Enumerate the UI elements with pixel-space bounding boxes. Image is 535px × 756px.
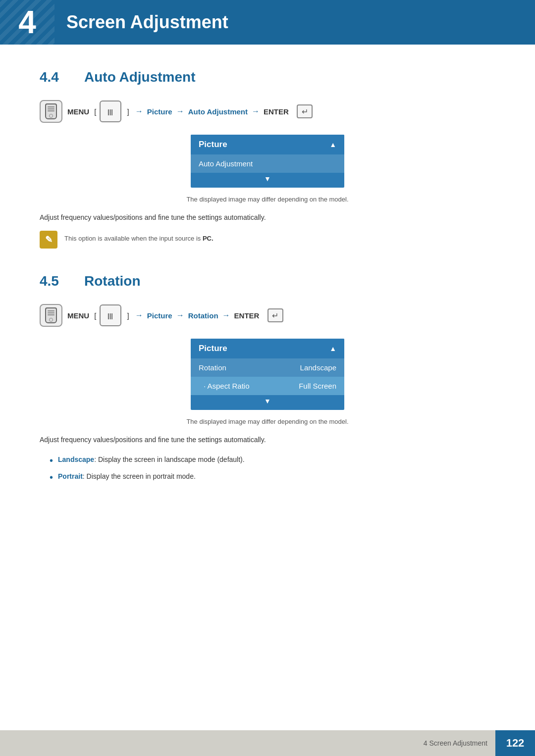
- note-text-prefix-44: This option is available when the input …: [64, 235, 203, 242]
- section-44-heading: 4.4 Auto Adjustment: [40, 69, 495, 85]
- menu-bracket-close-45: ]: [127, 311, 131, 320]
- menu-item1-44: Picture: [147, 107, 172, 116]
- menu-bracket-open-45: [: [92, 311, 96, 320]
- menu-box-row2-label-45: · Aspect Ratio: [199, 382, 250, 390]
- arrow2-45: →: [176, 311, 184, 320]
- menu-box-item-44: Auto Adjustment: [191, 154, 344, 173]
- bullet-dot-portrait: •: [50, 470, 53, 484]
- menu-box-title-45: Picture: [199, 344, 227, 353]
- note-icon-symbol-44: ✎: [45, 234, 53, 245]
- arrow2-44: →: [176, 107, 184, 116]
- bullet-text-portrait: Portrait: Display the screen in portrait…: [58, 470, 196, 483]
- enter-symbol-44: ↵: [302, 107, 308, 116]
- section-45-heading: 4.5 Rotation: [40, 273, 495, 289]
- menu-box-45: Picture ▲ Rotation Landscape · Aspect Ra…: [191, 339, 344, 410]
- menu-icon-44: |||: [100, 101, 121, 122]
- remote-bar-4: [48, 310, 54, 311]
- bullet-desc-landscape: : Display the screen in landscape mode (…: [94, 455, 245, 463]
- menu-box-arrow-down-45: ▼: [191, 395, 344, 406]
- menu-box-44: Picture ▲ Auto Adjustment ▼: [191, 135, 344, 188]
- enter-label-44: ENTER: [264, 107, 289, 116]
- menu-item2-44: Auto Adjustment: [188, 107, 248, 116]
- menu-path-44: MENU [ ||| ] → Picture → Auto Adjustment…: [40, 100, 495, 123]
- enter-symbol-45: ↵: [272, 311, 278, 320]
- menu-box-title-44: Picture: [199, 140, 227, 150]
- section-45: 4.5 Rotation MENU [ ||| ] → Picture →: [40, 273, 495, 484]
- menu-box-arrow-up-45: ▲: [329, 345, 336, 353]
- bullet-item-landscape: • Landscape: Display the screen in lands…: [50, 454, 495, 467]
- caption-45: The displayed image may differ depending…: [40, 418, 495, 425]
- enter-icon-44: ↵: [297, 104, 313, 118]
- main-content: 4.4 Auto Adjustment MENU [ ||| ] → Pictu…: [0, 45, 535, 549]
- chapter-title: Screen Adjustment: [54, 12, 228, 33]
- enter-label-45: ENTER: [234, 311, 260, 320]
- menu-box-arrow-up-44: ▲: [329, 141, 336, 149]
- section-44-title: Auto Adjustment: [84, 69, 196, 85]
- note-text-44: This option is available when the input …: [64, 231, 214, 244]
- menu-item2-45: Rotation: [188, 311, 218, 320]
- enter-icon-45: ↵: [268, 308, 283, 322]
- menu-box-row1-45: Rotation Landscape: [191, 358, 344, 377]
- remote-body-45: [45, 307, 57, 323]
- menu-icon-45: |||: [100, 304, 121, 326]
- menu-box-arrow-down-44: ▼: [191, 173, 344, 184]
- body-text-45: Adjust frequency values/positions and fi…: [40, 434, 495, 445]
- caption-44: The displayed image may differ depending…: [40, 196, 495, 203]
- arrow1-44: →: [135, 107, 143, 116]
- menu-label-45: MENU: [67, 311, 89, 320]
- menu-label-44: MENU: [67, 107, 89, 116]
- page-number: 122: [506, 737, 525, 750]
- note-block-44: ✎ This option is available when the inpu…: [40, 231, 495, 249]
- menu-box-header-44: Picture ▲: [191, 135, 344, 154]
- bullet-item-portrait: • Portrait: Display the screen in portra…: [50, 470, 495, 484]
- bullet-text-landscape: Landscape: Display the screen in landsca…: [58, 454, 245, 466]
- remote-circle: [49, 114, 53, 118]
- bullet-dot-landscape: •: [50, 454, 53, 467]
- remote-bar-3: [48, 110, 54, 111]
- section-44: 4.4 Auto Adjustment MENU [ ||| ] → Pictu…: [40, 69, 495, 249]
- note-text-highlight-44: PC.: [203, 235, 214, 242]
- menu-box-row1-value-45: Landscape: [300, 363, 336, 372]
- menu-bracket-close-44: ]: [127, 107, 131, 116]
- body-text-44: Adjust frequency values/positions and fi…: [40, 212, 495, 223]
- header-banner: 4 Screen Adjustment: [0, 0, 535, 45]
- remote-body-44: [45, 103, 57, 119]
- bullet-term-portrait: Portrait: [58, 472, 83, 480]
- menu-box-row1-label-45: Rotation: [199, 363, 226, 372]
- section-44-number: 4.4: [40, 69, 69, 85]
- header-number-box: 4: [0, 0, 54, 45]
- footer-page: 122: [495, 730, 535, 756]
- menu-box-row2-45: · Aspect Ratio Full Screen: [191, 377, 344, 395]
- arrow1-45: →: [135, 311, 143, 320]
- menu-path-45: MENU [ ||| ] → Picture → Rotation → ENTE…: [40, 304, 495, 327]
- menu-screenshot-44: Picture ▲ Auto Adjustment ▼: [40, 135, 495, 188]
- menu-box-row2-value-45: Full Screen: [299, 382, 336, 390]
- arrow-down-symbol-45: ▼: [264, 397, 271, 405]
- menu-bracket-open-44: [: [92, 107, 96, 116]
- remote-bar-5: [48, 312, 54, 313]
- bullet-list-45: • Landscape: Display the screen in lands…: [50, 454, 495, 484]
- menu-item1-45: Picture: [147, 311, 172, 320]
- footer-text: 4 Screen Adjustment: [424, 739, 495, 747]
- arrow-down-symbol-44: ▼: [264, 175, 271, 183]
- remote-icon-45: [40, 304, 62, 327]
- remote-circle-45: [49, 318, 53, 322]
- menu-screenshot-45: Picture ▲ Rotation Landscape · Aspect Ra…: [40, 339, 495, 410]
- arrow3-45: →: [222, 311, 230, 320]
- remote-bar-6: [48, 314, 54, 315]
- arrow3-44: →: [252, 107, 260, 116]
- remote-bar-2: [48, 108, 54, 109]
- bullet-term-landscape: Landscape: [58, 455, 94, 463]
- menu-box-item-label-44: Auto Adjustment: [199, 159, 253, 168]
- chapter-number: 4: [18, 4, 36, 41]
- bullet-desc-portrait: : Display the screen in portrait mode.: [83, 472, 196, 480]
- note-icon-44: ✎: [40, 231, 57, 249]
- section-45-title: Rotation: [84, 273, 141, 289]
- section-45-number: 4.5: [40, 273, 69, 289]
- menu-box-header-45: Picture ▲: [191, 339, 344, 358]
- remote-icon-44: [40, 100, 62, 123]
- footer: 4 Screen Adjustment 122: [0, 730, 535, 756]
- remote-bar-1: [48, 106, 54, 107]
